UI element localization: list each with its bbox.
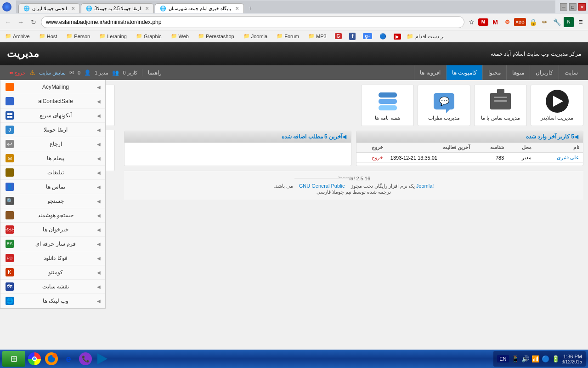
brand-link[interactable]: !Joomla xyxy=(416,183,434,189)
dropdown-item-acymailing[interactable]: ◀ AcyMailing xyxy=(0,80,105,94)
ext-icon-4[interactable]: N xyxy=(564,17,574,27)
refresh-button[interactable]: ↻ xyxy=(28,17,39,28)
comments-icon: 💬 xyxy=(433,90,456,113)
dropdown-item-quickicons[interactable]: ◀ آیکونهای سریع xyxy=(0,109,105,123)
dropdown-item-aicontact[interactable]: ◀ aiContactSafe xyxy=(0,94,105,109)
tab-close-2[interactable]: ✕ xyxy=(145,6,149,11)
menu-icon[interactable]: ≡ xyxy=(576,17,586,27)
module-slider[interactable]: مدیریت اسلایدر xyxy=(531,85,583,126)
ext-icon-1[interactable]: 🔒 xyxy=(528,17,538,27)
taskbar-firefox[interactable] xyxy=(44,351,59,367)
bookmark-perestashop[interactable]: 📁 Perestashop xyxy=(195,32,237,40)
address-bar[interactable] xyxy=(41,16,464,28)
bookmark-graphic[interactable]: 📁 Graphic xyxy=(133,32,164,40)
bluetooth-icon[interactable]: 🔵 xyxy=(542,355,549,362)
bookmark-forum[interactable]: 📁 Forum xyxy=(274,32,302,40)
module-comments[interactable]: 💬 مدیریت نظرات xyxy=(418,85,470,126)
ext-icon-3[interactable]: 🔧 xyxy=(552,17,562,27)
logout-btn[interactable]: ⬅ خروج xyxy=(9,70,26,76)
table-row[interactable]: علی قنبری مدیر 783 1393-12-21 13:35:01 خ… xyxy=(356,153,583,163)
taskbar-viber[interactable]: 📞 xyxy=(78,351,93,367)
taskbar-media[interactable] xyxy=(95,351,110,367)
dropdown-item-kommento[interactable]: ◀ کومنتو K xyxy=(0,265,105,280)
folder-icon: 📁 xyxy=(136,33,142,39)
dropdown-item-joomlaupdate[interactable]: ◀ ارتقا جوملا J xyxy=(0,123,105,137)
dropdown-label: فرم ساز حرفه ای xyxy=(35,241,76,247)
tab-close-3[interactable]: ✕ xyxy=(235,6,239,11)
browser-tab-3[interactable]: 🌐 پایگاه خبری امام جمعه شهرستان ✕ xyxy=(155,3,244,13)
user-logout[interactable]: خروج xyxy=(356,153,387,163)
gmail-icon[interactable]: M xyxy=(478,18,488,26)
bookmark-host[interactable]: 📁 Host xyxy=(36,32,60,40)
close-button[interactable]: ✕ xyxy=(578,3,586,11)
bookmark-joomla[interactable]: 📁 Joomla xyxy=(241,32,270,40)
dropdown-item-newsfeeds[interactable]: ◀ خبرخوان ها RSS xyxy=(0,223,105,237)
minimize-button[interactable]: ─ xyxy=(560,3,567,11)
users-icon: 👥 xyxy=(112,69,119,76)
back-button[interactable]: ← xyxy=(2,17,13,28)
tab-close-1[interactable]: ✕ xyxy=(71,6,75,11)
col-id: شناسه xyxy=(474,143,508,153)
fb-bookmark[interactable]: f xyxy=(347,32,357,41)
nav-item-extensions[interactable]: افزونه ها xyxy=(414,65,446,80)
folder-icon: 📁 xyxy=(308,33,315,39)
dropdown-item-redirect[interactable]: ◀ ارجاع ↩ xyxy=(0,137,105,151)
bookmark-person[interactable]: 📁 Person xyxy=(63,32,93,40)
user-link[interactable]: علی قنبری xyxy=(557,155,579,160)
dropdown-label: جستجو xyxy=(47,198,64,204)
nav-item-components[interactable]: کامپونت ها xyxy=(446,65,482,80)
footer-version: Joomla! 2.5.16 xyxy=(129,176,579,181)
bookmark-archive[interactable]: 📁 Archive xyxy=(2,32,33,40)
bookmark-label: Archive xyxy=(13,34,30,39)
nav-item-content[interactable]: محتوا xyxy=(482,65,506,80)
browser-tab-1[interactable]: 🌐 انجمی جوملا ایران ✕ xyxy=(18,3,80,13)
module-newsletter[interactable]: هفته نامه ها xyxy=(361,85,414,126)
bookmark-leraning[interactable]: 📁 Leraning xyxy=(96,32,130,40)
user-location: مدیر xyxy=(508,153,535,163)
nav-item-menus[interactable]: منوها xyxy=(506,65,530,80)
bookmark-web[interactable]: 📁 Web xyxy=(168,32,192,40)
google-bookmark[interactable]: g+ xyxy=(361,32,374,40)
gmail-bookmark[interactable]: G xyxy=(333,32,344,40)
lang-indicator[interactable]: EN xyxy=(497,355,509,362)
dropdown-arrow: ◀ xyxy=(97,270,101,275)
col-logout: خروج xyxy=(356,143,387,153)
dropdown-item-sitemap[interactable]: ◀ نقشه سایت 🗺 xyxy=(0,280,105,294)
bookmark-mp3[interactable]: 📁 MP3 xyxy=(305,32,329,40)
social4[interactable]: ▶ xyxy=(392,32,403,40)
view-site-btn[interactable]: نمایش سایت xyxy=(39,70,66,76)
joomla-ext-icon[interactable]: ⚙ xyxy=(502,17,512,27)
speaker-icon[interactable]: 🔊 xyxy=(521,355,529,362)
dropdown-item-messages[interactable]: ◀ پیغام ها ✉ xyxy=(0,151,105,166)
browser-tab-2[interactable]: 🌐 ارتقا جوملا 2.5 به جوملا3 ✕ xyxy=(81,3,154,13)
taskbar-ie[interactable]: e xyxy=(61,351,76,367)
ext-icon-2[interactable]: ✏ xyxy=(540,17,550,27)
dropdown-item-search[interactable]: ◀ جستجو 🔍 xyxy=(0,194,105,208)
module-contact[interactable]: مدیریت تماس با ما xyxy=(474,85,527,126)
start-button[interactable]: ⊞ xyxy=(2,351,25,367)
dropdown-item-focadl[interactable]: ◀ فوکا دانلود PD xyxy=(0,251,105,265)
dropdown-item-profiler[interactable]: ◀ فرم ساز حرفه ای RS xyxy=(0,237,105,251)
taskbar-chrome[interactable] xyxy=(27,351,42,367)
forward-button[interactable]: → xyxy=(15,17,26,28)
abb-icon[interactable]: ABB xyxy=(514,18,526,26)
bookmark-last[interactable]: 📁 نر دست اقدام xyxy=(407,33,444,40)
dropdown-arrow: ◀ xyxy=(97,242,101,247)
nav-item-users[interactable]: کاربران xyxy=(530,65,559,80)
dropdown-item-banners[interactable]: ◀ تبلیغات xyxy=(0,166,105,180)
star-icon[interactable]: ☆ xyxy=(466,17,476,27)
nav-item-site[interactable]: سایت xyxy=(559,65,583,80)
maximize-button[interactable]: □ xyxy=(569,3,577,11)
gmail-icon-2[interactable]: M xyxy=(490,17,500,27)
nav-item-help[interactable]: راهنما xyxy=(142,65,167,80)
browser-tabs: 🌐 انجمی جوملا ایران ✕ 🌐 ارتقا جوملا 2.5 … xyxy=(16,0,555,13)
dropdown-item-contacts[interactable]: ◀ تماس ها 👤 xyxy=(0,180,105,194)
dropdown-item-smartsearch[interactable]: ◀ جستجو هوشمند xyxy=(0,208,105,223)
new-tab-button[interactable]: + xyxy=(245,3,255,13)
network-icon[interactable]: 📶 xyxy=(531,355,539,362)
folder-icon: 📁 xyxy=(407,33,413,40)
social3[interactable]: 🔵 xyxy=(378,32,388,40)
dropdown-icon-profiler: RS xyxy=(5,239,14,248)
dropdown-icon-sitemap: 🗺 xyxy=(5,282,14,291)
dropdown-item-weblinks[interactable]: ◀ وب لینک ها 🌐 xyxy=(0,294,105,308)
